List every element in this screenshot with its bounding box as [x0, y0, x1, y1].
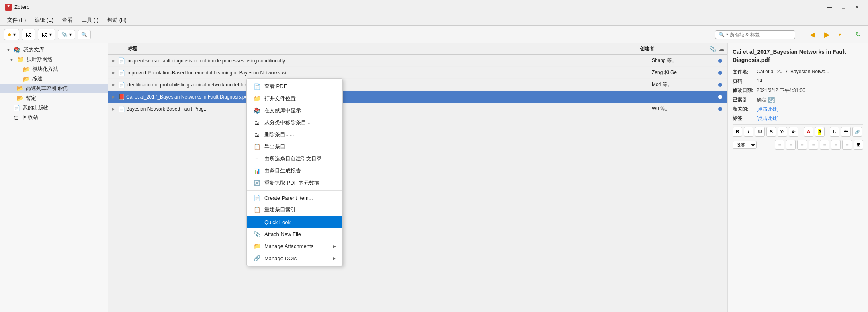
modified-value: 2021/3/12 下午4:31:06: [757, 87, 863, 94]
blockquote-button[interactable]: ❝❝: [841, 127, 851, 137]
ctx-attach-file[interactable]: 📎 Attach New File: [247, 228, 342, 240]
ctx-quick-look-label: Quick Look: [264, 219, 336, 225]
format-sep1: [801, 128, 801, 136]
paragraph-select[interactable]: 段落: [733, 141, 757, 149]
sidebar-item-high-speed-rail[interactable]: ▶ 📂 高速列车牵引系统: [0, 84, 108, 93]
align-left-button[interactable]: ≡: [775, 140, 784, 150]
italic-button[interactable]: I: [744, 127, 753, 137]
table-row[interactable]: ▶ 📄 Identification of probabilistic grap…: [108, 79, 727, 91]
main-area: ▼ 📚 我的文库 ▼ 📁 贝叶斯网络 ▶ 📂 模块化方法 ▶ 📂 综述 ▶ 📂 …: [0, 43, 868, 312]
folder-modular-icon: 📂: [23, 66, 30, 72]
paperclip-col-icon: 📎: [709, 46, 716, 52]
new-item-button[interactable]: ● ▾: [4, 29, 19, 40]
tags-value[interactable]: [点击此处]: [757, 115, 863, 122]
row3-doc-icon: 📄: [118, 82, 126, 88]
sidebar-item-my-library[interactable]: ▼ 📚 我的文库: [0, 45, 108, 55]
row5-dot: [716, 107, 724, 111]
menu-edit[interactable]: 编辑 (E): [31, 15, 57, 25]
attach-button[interactable]: 🗂 ▾: [38, 29, 55, 40]
menu-file[interactable]: 文件 (F): [3, 15, 30, 25]
new-item-dropdown-icon[interactable]: ▾: [13, 32, 16, 37]
ctx-remove-label: 从分类中移除条目...: [264, 119, 336, 126]
ctx-open-location[interactable]: 📁 打开文件位置: [247, 92, 342, 105]
ctx-generate-report[interactable]: 📊 由条目生成报告......: [247, 165, 342, 177]
sidebar-item-publications[interactable]: ▶ 📄 我的出版物: [0, 103, 108, 113]
minimize-button[interactable]: —: [824, 3, 836, 11]
table-row[interactable]: ▶ 📄 Improved Population-Based Incrementa…: [108, 67, 727, 79]
clear-format-button[interactable]: Iₓ: [830, 127, 839, 137]
tags-label: 标签:: [733, 115, 757, 122]
ctx-export-item[interactable]: 📋 导出条目......: [247, 141, 342, 153]
link-button[interactable]: 🔗: [852, 127, 862, 137]
manage-attachments-icon: 📁: [253, 242, 260, 250]
sidebar-item-modular[interactable]: ▶ 📂 模块化方法: [0, 64, 108, 74]
outdent-button[interactable]: ⊞: [854, 140, 863, 150]
ctx-create-parent-label: Create Parent Item...: [264, 195, 336, 201]
manage-dois-arrow-icon: ▶: [333, 256, 336, 261]
sidebar-hsr-label: 高速列车牵引系统: [26, 85, 68, 92]
sidebar-item-bayesian[interactable]: ▼ 📁 贝叶斯网络: [0, 55, 108, 64]
ctx-manage-dois[interactable]: 🔗 Manage DOIs ▶: [247, 252, 342, 264]
locate-button[interactable]: 🔍: [78, 30, 91, 39]
back-button[interactable]: ◀: [807, 29, 819, 41]
align-center-button[interactable]: ≡: [786, 140, 796, 150]
search-dropdown-icon[interactable]: ▾: [726, 32, 728, 37]
menu-tools[interactable]: 工具 (I): [78, 15, 102, 25]
menu-view[interactable]: 查看: [58, 15, 77, 25]
close-button[interactable]: ✕: [851, 3, 863, 11]
row5-doc-icon: 📄: [118, 106, 126, 112]
col-creator-header: 创建者: [640, 45, 704, 52]
search-box[interactable]: 🔍 ▾: [715, 30, 795, 39]
table-row-selected[interactable]: ▶ 📕 Cai et al_2017_Bayesian Networks in …: [108, 91, 727, 103]
highlight-button[interactable]: A: [815, 127, 825, 137]
sidebar-item-trash[interactable]: ▶ 🗑 回收站: [0, 113, 108, 122]
ctx-show-in-library-label: 在文献库中显示: [264, 107, 336, 114]
sidebar-modular-label: 模块化方法: [32, 66, 58, 73]
ctx-manage-attachments[interactable]: 📁 Manage Attachments ▶: [247, 240, 342, 252]
align-justify-button[interactable]: ≡: [809, 140, 818, 150]
ctx-remove-from-collection[interactable]: 🗂 从分类中移除条目...: [247, 117, 342, 129]
strikethrough-button[interactable]: S: [766, 127, 776, 137]
format-sep2: [827, 128, 827, 136]
paperclip-dropdown-icon[interactable]: ▾: [69, 32, 72, 37]
format-toolbar: B I U S X₂ X² A A Iₓ ❝❝ 🔗: [733, 124, 863, 138]
related-value[interactable]: [点击此处]: [757, 106, 863, 113]
refresh-button[interactable]: ↻: [852, 29, 864, 40]
ctx-rebuild-index[interactable]: 📋 重建条目索引: [247, 204, 342, 216]
ctx-re-extract-pdf[interactable]: 🔄 重新抓取 PDF 的元数据: [247, 177, 342, 189]
remove-from-collection-icon: 🗂: [253, 119, 260, 126]
table-row[interactable]: ▶ 📄 Bayesian Network Based Fault Prog...…: [108, 103, 727, 115]
expand-row3-icon: ▶: [112, 82, 118, 87]
list-ordered-button[interactable]: ≡: [831, 140, 841, 150]
ctx-view-pdf[interactable]: 📄 查看 PDF: [247, 80, 342, 92]
sidebar-item-overview[interactable]: ▶ 📂 综述: [0, 74, 108, 84]
superscript-button[interactable]: X²: [789, 127, 798, 137]
attach-dropdown-icon[interactable]: ▾: [49, 32, 52, 37]
sidebar-item-temp[interactable]: ▶ 📂 暂定: [0, 93, 108, 103]
ctx-attach-file-label: Attach New File: [264, 231, 336, 237]
maximize-button[interactable]: □: [837, 3, 850, 11]
paperclip-button[interactable]: 📎 ▾: [58, 30, 75, 39]
subscript-button[interactable]: X₂: [778, 127, 787, 137]
indent-button[interactable]: ≡: [842, 140, 852, 150]
row3-title: Identification of probabilistic graphica…: [126, 82, 652, 88]
ctx-create-parent[interactable]: 📄 Create Parent Item...: [247, 192, 342, 204]
related-label: 相关的:: [733, 106, 757, 113]
underline-button[interactable]: U: [755, 127, 765, 137]
ctx-create-bib[interactable]: ≡ 由所选条目创建引文目录......: [247, 153, 342, 165]
trash-icon: 🗑: [13, 114, 20, 121]
ctx-delete-item[interactable]: 🗂 删除条目......: [247, 129, 342, 141]
list-unordered-button[interactable]: ≡: [820, 140, 829, 150]
forward-dropdown-button[interactable]: ▾: [835, 30, 844, 39]
forward-button[interactable]: ▶: [821, 29, 833, 41]
bold-button[interactable]: B: [733, 127, 742, 137]
table-row[interactable]: ▶ 📄 Incipient sensor fault diagnosis in …: [108, 55, 727, 67]
ctx-quick-look[interactable]: Quick Look: [247, 216, 342, 228]
menu-help[interactable]: 帮助 (H): [103, 15, 131, 25]
search-input[interactable]: [730, 32, 782, 37]
ctx-show-in-library[interactable]: 📚 在文献库中显示: [247, 105, 342, 117]
sidebar-temp-label: 暂定: [26, 94, 36, 102]
import-button[interactable]: 🗂: [22, 29, 35, 40]
font-color-button[interactable]: A: [804, 127, 813, 137]
align-right-button[interactable]: ≡: [797, 140, 807, 150]
